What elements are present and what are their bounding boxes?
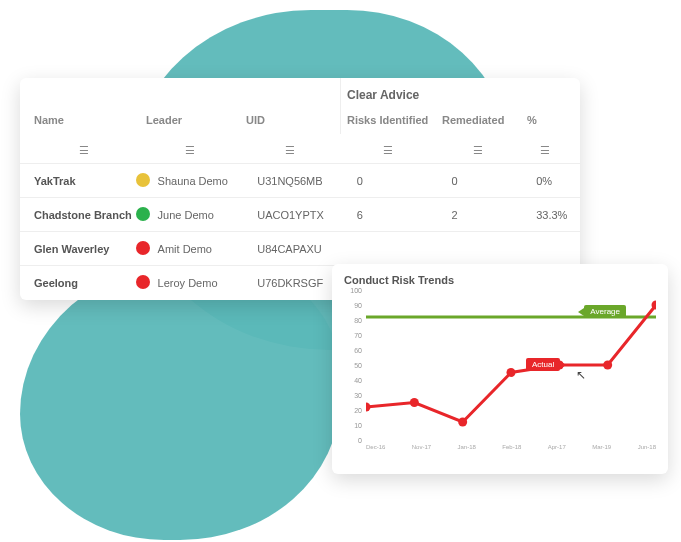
svg-point-6 — [603, 361, 612, 370]
cell-remediated — [445, 241, 530, 257]
cell-percent: 0% — [530, 167, 580, 195]
svg-point-3 — [458, 418, 467, 427]
section-title-clear-advice: Clear Advice — [341, 78, 580, 106]
status-dot — [136, 241, 150, 255]
x-tick-label: Dec-16 — [366, 444, 385, 450]
chart-card: Conduct Risk Trends 01020304050607080901… — [332, 264, 668, 474]
cell-leader: Shauna Demo — [152, 167, 252, 195]
y-tick-label: 80 — [354, 317, 362, 324]
x-tick-label: Apr-17 — [548, 444, 566, 450]
filter-icon[interactable]: ☰ — [34, 144, 134, 157]
status-dot — [136, 207, 150, 221]
filter-icon[interactable]: ☰ — [146, 144, 234, 157]
filter-icon[interactable]: ☰ — [246, 144, 334, 157]
x-tick-label: Mar-19 — [592, 444, 611, 450]
y-tick-label: 50 — [354, 362, 362, 369]
col-header-uid: UID — [240, 106, 340, 134]
x-tick-label: Nov-17 — [412, 444, 431, 450]
y-tick-label: 10 — [354, 422, 362, 429]
y-tick-label: 90 — [354, 302, 362, 309]
chart-plot: Average Actual ↖ — [366, 290, 656, 440]
svg-point-2 — [410, 398, 419, 407]
cell-uid: U31NQ56MB — [251, 167, 351, 195]
filter-icon[interactable]: ☰ — [526, 144, 564, 157]
x-tick-label: Jun-18 — [638, 444, 656, 450]
x-tick-label: Jan-18 — [458, 444, 476, 450]
cell-percent — [530, 241, 580, 257]
y-tick-label: 20 — [354, 407, 362, 414]
cursor-icon: ↖ — [576, 368, 586, 382]
cell-leader: Amit Demo — [152, 235, 252, 263]
col-header-name: Name — [20, 106, 140, 134]
filter-icon[interactable]: ☰ — [441, 144, 514, 157]
svg-point-1 — [366, 403, 371, 412]
cell-leader: June Demo — [152, 201, 252, 229]
col-header-percent: % — [521, 106, 571, 134]
svg-point-4 — [507, 368, 516, 377]
col-header-remediated: Remediated — [436, 106, 521, 134]
status-dot — [136, 275, 150, 289]
y-tick-label: 0 — [358, 437, 362, 444]
legend-actual-badge: Actual — [526, 358, 560, 371]
chart-area: 0102030405060708090100 Average Actual ↖ … — [344, 290, 656, 450]
cell-remediated: 2 — [445, 201, 530, 229]
x-tick-label: Feb-18 — [502, 444, 521, 450]
table-row[interactable]: Glen WaverleyAmit DemoU84CAPAXU — [20, 232, 580, 266]
status-dot — [136, 173, 150, 187]
cell-risks — [351, 241, 446, 257]
cell-uid: UACO1YPTX — [251, 201, 351, 229]
y-tick-label: 60 — [354, 347, 362, 354]
cell-percent: 33.3% — [530, 201, 580, 229]
y-tick-label: 40 — [354, 377, 362, 384]
y-tick-label: 100 — [350, 287, 362, 294]
col-header-leader: Leader — [140, 106, 240, 134]
cell-name: YakTrak — [20, 167, 140, 195]
cell-leader: Leroy Demo — [152, 269, 252, 297]
cell-remediated: 0 — [445, 167, 530, 195]
y-tick-label: 70 — [354, 332, 362, 339]
cell-risks: 6 — [351, 201, 446, 229]
filter-icon[interactable]: ☰ — [346, 144, 429, 157]
filter-row: ☰ ☰ ☰ ☰ ☰ ☰ — [20, 134, 580, 164]
legend-average-badge: Average — [584, 305, 626, 318]
cell-risks: 0 — [351, 167, 446, 195]
cell-uid: U84CAPAXU — [251, 235, 351, 263]
table-row[interactable]: YakTrakShauna DemoU31NQ56MB000% — [20, 164, 580, 198]
table-row[interactable]: Chadstone BranchJune DemoUACO1YPTX6233.3… — [20, 198, 580, 232]
col-header-risks: Risks Identified — [341, 106, 436, 134]
chart-title: Conduct Risk Trends — [344, 274, 656, 286]
y-tick-label: 30 — [354, 392, 362, 399]
cell-name: Geelong — [20, 269, 140, 297]
cell-name: Chadstone Branch — [20, 201, 140, 229]
cell-name: Glen Waverley — [20, 235, 140, 263]
